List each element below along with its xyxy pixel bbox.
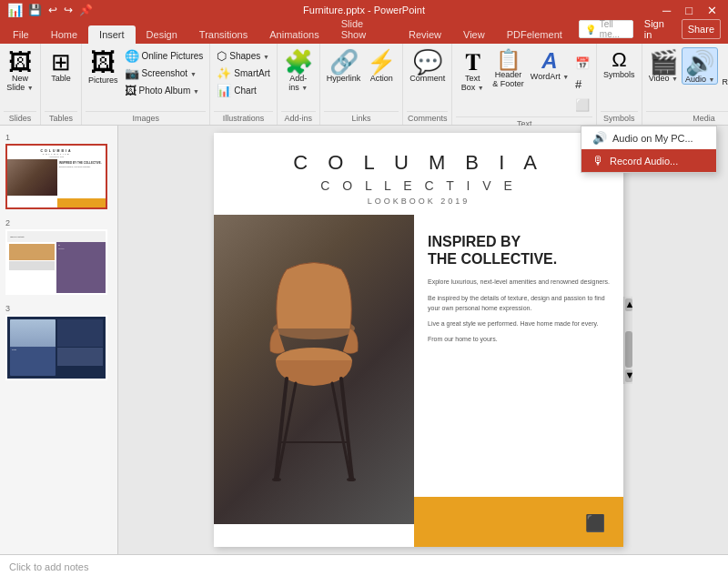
title-bar-left: 📊 💾 ↩ ↪ 📌: [7, 3, 95, 17]
ribbon-group-illustrations: ⬡ Shapes ▼ ✨ SmartArt 📊 Chart Illustrati…: [210, 44, 277, 125]
symbols-icon: Ω: [612, 50, 626, 70]
images-group-label: Images: [86, 111, 206, 125]
screenshot-button[interactable]: 📷 Screenshot ▼: [122, 65, 207, 82]
share-label: Share: [688, 24, 714, 35]
record-audio-label: Record Audio...: [610, 156, 678, 167]
slide-footer: ⬛: [414, 497, 623, 547]
slide-title-main: C O L U M B I A: [232, 151, 605, 175]
undo-button[interactable]: ↩: [46, 4, 59, 16]
ribbon-group-symbols: Ω Symbols Symbols: [597, 44, 642, 125]
tab-transitions[interactable]: Transitions: [188, 25, 258, 44]
comment-button[interactable]: 💬 Comment: [407, 47, 448, 83]
symbols-group-label: Symbols: [601, 111, 638, 125]
video-button[interactable]: 🎬 Video ▼: [646, 47, 681, 83]
record-audio-item[interactable]: 🎙 Record Audio...: [581, 149, 716, 172]
customize-button[interactable]: 📌: [77, 4, 95, 16]
content-area: C O L U M B I A C O L L E C T I V E LOOK…: [118, 126, 728, 554]
wordart-icon: A: [541, 50, 557, 72]
photo-album-icon: 🖼: [125, 84, 136, 97]
hyperlink-button[interactable]: 🔗 Hyperlink: [324, 47, 364, 83]
slide-thumbnail-3[interactable]: 3 Photo: [5, 304, 112, 380]
slide-body-3: Live a great style we performed. Have ho…: [428, 318, 610, 328]
notes-placeholder: Click to add notes: [9, 561, 88, 572]
tell-me-text: Tell me...: [600, 19, 627, 39]
share-button[interactable]: Share: [682, 19, 721, 39]
ribbon-group-links: 🔗 Hyperlink ⚡ Action Links: [320, 44, 404, 125]
redo-button[interactable]: ↪: [62, 4, 75, 16]
slide-3-number: 3: [5, 304, 112, 313]
tab-home[interactable]: Home: [40, 25, 88, 44]
svg-point-8: [347, 478, 356, 481]
tab-review[interactable]: Review: [398, 25, 452, 44]
smartart-button[interactable]: ✨ SmartArt: [214, 65, 272, 82]
textbox-button[interactable]: 𝐓 TextBox ▼: [456, 47, 489, 92]
slide-number-button[interactable]: #: [572, 76, 592, 93]
screen-recording-button[interactable]: 🖥 ScreenRecording: [719, 47, 728, 86]
new-slide-button[interactable]: 🖼 NewSlide ▼: [4, 47, 36, 92]
ribbon-group-images: 🖼 Pictures 🌐 Online Pictures 📷 Screensho…: [82, 44, 210, 125]
scroll-up-button[interactable]: ▲: [625, 298, 632, 311]
notes-bar[interactable]: Click to add notes: [0, 554, 728, 576]
tell-me-search[interactable]: 💡 Tell me...: [579, 20, 633, 38]
slide-header: C O L U M B I A C O L L E C T I V E LOOK…: [214, 133, 623, 215]
main-area: 1 COLUMBIA COLLECTIVE LOOKBOOK 2019 INSP…: [0, 126, 728, 554]
audio-on-pc-item[interactable]: 🔊 Audio on My PC...: [581, 126, 716, 149]
header-footer-button[interactable]: 📋 Header& Footer: [490, 47, 527, 88]
scroll-down-button[interactable]: ▼: [625, 369, 632, 382]
hyperlink-icon: 🔗: [329, 50, 359, 74]
tab-design[interactable]: Design: [136, 25, 188, 44]
new-slide-icon: 🖼: [8, 50, 32, 74]
photo-album-button[interactable]: 🖼 Photo Album ▼: [122, 82, 207, 99]
vertical-scrollbar[interactable]: ▲ ▼: [623, 297, 632, 384]
symbols-button[interactable]: Ω Symbols: [601, 47, 638, 79]
footer-icon: ⬛: [585, 513, 605, 533]
tab-pdfelement[interactable]: PDFelement: [496, 25, 573, 44]
slide-photo-area: [214, 215, 414, 524]
svg-point-7: [272, 478, 281, 481]
slide-thumbnail-2[interactable]: 2 Table of Contents 01 Section: [5, 218, 112, 295]
scrollbar-thumb[interactable]: [625, 331, 632, 368]
search-icon: 💡: [585, 25, 596, 35]
tab-insert[interactable]: Insert: [88, 25, 136, 44]
illustrations-group-label: Illustrations: [214, 111, 272, 125]
object-icon: ⬜: [575, 98, 590, 112]
object-button[interactable]: ⬜: [572, 96, 592, 114]
chart-button[interactable]: 📊 Chart: [214, 82, 272, 99]
slide-panel: 1 COLUMBIA COLLECTIVE LOOKBOOK 2019 INSP…: [0, 126, 118, 554]
pictures-button[interactable]: 🖼 Pictures: [86, 47, 121, 85]
tab-view[interactable]: View: [452, 25, 496, 44]
save-button[interactable]: 💾: [26, 4, 44, 16]
audio-button[interactable]: 🔊 Audio ▼: [682, 47, 718, 85]
sign-in-label: Sign in: [644, 18, 671, 40]
tab-file[interactable]: File: [2, 25, 40, 44]
addins-button[interactable]: 🧩 Add-ins ▼: [281, 47, 316, 92]
ribbon-group-addins: 🧩 Add-ins ▼ Add-ins: [278, 44, 320, 125]
video-icon: 🎬: [649, 50, 678, 74]
chart-icon: 📊: [217, 84, 231, 97]
online-pictures-button[interactable]: 🌐 Online Pictures: [122, 47, 207, 65]
ribbon-group-slides: 🖼 NewSlide ▼ Slides: [0, 44, 41, 125]
wordart-button[interactable]: A WordArt ▼: [528, 47, 571, 81]
tab-animations[interactable]: Animations: [258, 25, 329, 44]
date-time-button[interactable]: 📅: [572, 55, 592, 72]
main-slide: C O L U M B I A C O L L E C T I V E LOOK…: [214, 133, 623, 547]
pictures-icon: 🖼: [90, 50, 116, 76]
smartart-icon: ✨: [217, 66, 231, 80]
ribbon-group-comments: 💬 Comment Comments: [403, 44, 452, 125]
slide-3-thumbnail[interactable]: Photo: [5, 315, 107, 380]
action-button[interactable]: ⚡ Action: [364, 47, 399, 83]
chair-illustration: [250, 242, 378, 497]
sign-in-button[interactable]: Sign in: [637, 15, 678, 44]
shapes-button[interactable]: ⬡ Shapes ▼: [214, 47, 272, 65]
textbox-icon: 𝐓: [465, 50, 480, 74]
slides-group-label: Slides: [4, 111, 36, 125]
slide-thumbnail-1[interactable]: 1 COLUMBIA COLLECTIVE LOOKBOOK 2019 INSP…: [5, 133, 112, 209]
screenshot-icon: 📷: [125, 66, 139, 80]
tab-slideshow[interactable]: Slide Show: [330, 15, 398, 44]
table-button[interactable]: ⊞ Table: [45, 47, 77, 83]
action-icon: ⚡: [367, 50, 396, 74]
links-group-label: Links: [324, 111, 399, 125]
slide-title-year: LOOKBOOK 2019: [232, 197, 605, 206]
slide-2-thumbnail[interactable]: Table of Contents 01 Section: [5, 229, 107, 295]
slide-1-thumbnail[interactable]: COLUMBIA COLLECTIVE LOOKBOOK 2019 INSPIR…: [5, 144, 107, 209]
